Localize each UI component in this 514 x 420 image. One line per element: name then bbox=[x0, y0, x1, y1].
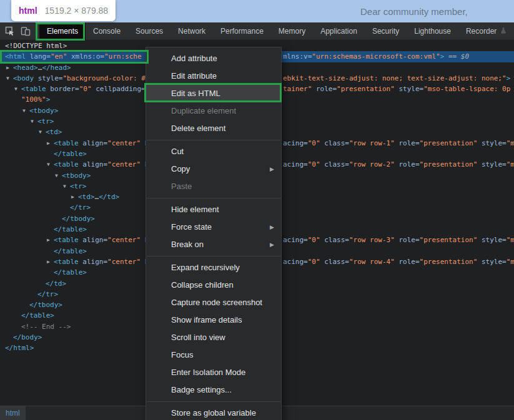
menu-item-label: Hide element bbox=[171, 205, 219, 214]
code-segment: </body> bbox=[13, 333, 42, 341]
tab-elements[interactable]: Elements bbox=[39, 22, 86, 40]
menu-item-break-on[interactable]: Break on▶ bbox=[146, 236, 281, 253]
menu-item-label: Enter Isolation Mode bbox=[171, 368, 245, 377]
code-segment: "0" bbox=[308, 258, 320, 266]
menu-item-hide-element[interactable]: Hide element bbox=[146, 201, 281, 218]
menu-item-force-state[interactable]: Force state▶ bbox=[146, 218, 281, 236]
code-segment: role= bbox=[312, 85, 337, 93]
code-segment: "presentation" bbox=[420, 139, 478, 147]
menu-item-show-iframe-details[interactable]: Show iframe details bbox=[146, 311, 281, 329]
code-segment: acing= bbox=[283, 236, 308, 244]
menu-item-capture-node-screenshot[interactable]: Capture node screenshot bbox=[146, 294, 281, 311]
code-segment: class= bbox=[320, 236, 349, 244]
collapse-arrow-icon[interactable]: ▼ bbox=[6, 73, 9, 84]
code-segment: "mso-table-lspace: 0p bbox=[423, 85, 510, 93]
menu-item-expand-recursively[interactable]: Expand recursively bbox=[146, 259, 281, 276]
code-segment: </tbody> bbox=[62, 215, 95, 223]
collapse-arrow-icon[interactable]: ▼ bbox=[22, 105, 26, 116]
code-segment: align= bbox=[79, 236, 107, 244]
menu-item-collapse-children[interactable]: Collapse children bbox=[146, 276, 281, 294]
tab-label: Sources bbox=[136, 22, 163, 40]
code-segment: class= bbox=[320, 160, 349, 168]
tab-security[interactable]: Security bbox=[365, 22, 407, 40]
tab-memory[interactable]: Memory bbox=[271, 22, 313, 40]
submenu-arrow-icon: ▶ bbox=[270, 236, 274, 253]
menu-item-enter-isolation-mode[interactable]: Enter Isolation Mode bbox=[146, 364, 281, 381]
code-segment: <td> bbox=[46, 128, 62, 136]
code-segment: <table bbox=[54, 139, 79, 147]
code-segment: </tr> bbox=[70, 203, 91, 212]
collapse-arrow-icon[interactable]: ▼ bbox=[55, 170, 58, 181]
tab-network[interactable]: Network bbox=[171, 22, 213, 40]
code-segment: </html> bbox=[5, 344, 34, 352]
menu-item-edit-as-html[interactable]: Edit as HTML bbox=[146, 85, 281, 102]
collapse-arrow-icon[interactable]: ▼ bbox=[39, 127, 42, 137]
code-segment: "urn:sche bbox=[104, 52, 142, 61]
submenu-arrow-icon: ▶ bbox=[270, 218, 274, 236]
tooltip-element-name: html bbox=[19, 6, 37, 16]
menu-item-label: Force state bbox=[171, 222, 212, 232]
code-segment: </table> bbox=[54, 268, 87, 276]
page-greeting-text: Dear community member, bbox=[360, 0, 468, 22]
code-segment: xmlns:o= bbox=[67, 52, 104, 61]
menu-item-label: Expand recursively bbox=[171, 263, 240, 272]
breadcrumb-html[interactable]: html bbox=[0, 406, 26, 420]
code-segment: cellpadding= bbox=[92, 85, 146, 93]
code-segment: lang= bbox=[26, 52, 51, 61]
collapse-arrow-icon[interactable]: ▼ bbox=[14, 84, 17, 94]
menu-item-copy[interactable]: Copy▶ bbox=[146, 160, 281, 178]
code-segment: <table bbox=[54, 160, 79, 168]
menu-item-label: Paste bbox=[171, 182, 192, 191]
code-segment: "m bbox=[507, 258, 514, 266]
code-segment: role= bbox=[395, 160, 420, 168]
code-segment: class= bbox=[320, 139, 349, 147]
menu-item-scroll-into-view[interactable]: Scroll into view bbox=[146, 329, 281, 346]
menu-item-edit-attribute[interactable]: Edit attribute bbox=[146, 67, 281, 85]
device-toolbar-icon[interactable] bbox=[20, 26, 31, 37]
code-segment: </head> bbox=[42, 64, 71, 72]
menu-item-delete-element[interactable]: Delete element bbox=[146, 120, 281, 137]
code-segment: ebkit-text-size-adjust: none; text-size-… bbox=[283, 74, 507, 82]
tab-performance[interactable]: Performance bbox=[213, 22, 271, 40]
expand-arrow-icon[interactable]: ▶ bbox=[6, 62, 9, 73]
tab-label: Performance bbox=[220, 22, 264, 40]
tab-label: Network bbox=[178, 22, 205, 40]
menu-item-badge-settings[interactable]: Badge settings... bbox=[146, 381, 281, 399]
inspect-icon[interactable] bbox=[4, 26, 16, 37]
collapse-arrow-icon[interactable]: ▼ bbox=[63, 181, 66, 192]
collapse-arrow-icon[interactable]: ▼ bbox=[47, 159, 50, 170]
tab-console[interactable]: Console bbox=[86, 22, 128, 40]
devtools-tabbar: ElementsConsoleSourcesNetworkPerformance… bbox=[0, 22, 514, 40]
code-segment: "0" bbox=[79, 85, 92, 93]
code-segment: "row row-4" bbox=[349, 258, 395, 266]
collapse-arrow-icon[interactable]: ▼ bbox=[31, 116, 34, 127]
code-segment: role= bbox=[395, 139, 420, 147]
tab-lighthouse[interactable]: Lighthouse bbox=[407, 22, 458, 40]
code-segment: <table bbox=[54, 236, 79, 244]
code-segment: "en" bbox=[51, 52, 67, 61]
code-segment: style= bbox=[477, 258, 506, 266]
menu-item-focus[interactable]: Focus bbox=[146, 346, 281, 364]
code-segment: "urn:schemas-microsoft-com:vml" bbox=[312, 52, 440, 61]
menu-item-store-as-global-variable[interactable]: Store as global variable bbox=[146, 404, 281, 420]
tab-sources[interactable]: Sources bbox=[128, 22, 171, 40]
expand-arrow-icon[interactable]: ▶ bbox=[47, 138, 50, 149]
tab-label: Elements bbox=[47, 22, 78, 40]
expand-arrow-icon[interactable]: ▶ bbox=[71, 192, 74, 202]
code-segment: <tr> bbox=[37, 117, 54, 125]
code-segment: "presentation" bbox=[420, 236, 478, 244]
menu-item-label: Edit attribute bbox=[171, 71, 217, 81]
tab-recorder[interactable]: Recorder bbox=[458, 22, 514, 40]
code-segment: tainer" bbox=[283, 85, 312, 93]
tab-application[interactable]: Application bbox=[313, 22, 365, 40]
expand-arrow-icon[interactable]: ▶ bbox=[47, 256, 50, 267]
expand-arrow-icon[interactable]: ▶ bbox=[47, 235, 50, 245]
menu-item-add-attribute[interactable]: Add attribute bbox=[146, 50, 281, 67]
code-segment: border= bbox=[46, 85, 79, 93]
code-segment: "row row-3" bbox=[349, 236, 395, 244]
menu-item-label: Cut bbox=[171, 147, 184, 156]
code-segment: > bbox=[46, 95, 51, 104]
code-segment: == $0 bbox=[444, 52, 469, 61]
code-segment: align= bbox=[79, 258, 107, 266]
menu-item-cut[interactable]: Cut bbox=[146, 143, 281, 160]
